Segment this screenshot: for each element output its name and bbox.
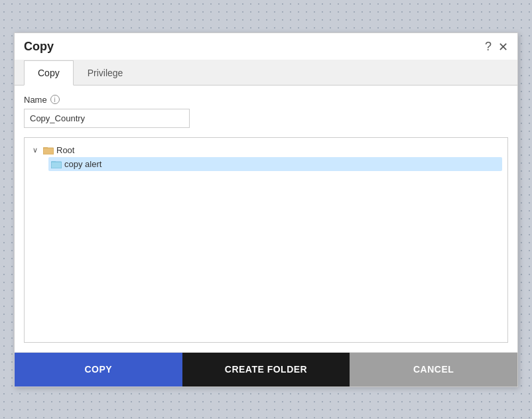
tab-privilege[interactable]: Privilege — [74, 60, 137, 86]
tree-container[interactable]: ∨ Root — [24, 137, 508, 343]
folder-icon — [43, 146, 54, 154]
title-bar-controls: ? ✕ — [485, 40, 508, 54]
help-icon[interactable]: ? — [485, 40, 492, 54]
cancel-button[interactable]: CANCEL — [350, 353, 517, 387]
tree-item-copy-alert[interactable]: copy alert — [48, 157, 502, 171]
svg-rect-0 — [43, 148, 54, 154]
tree-children: copy alert — [48, 157, 502, 171]
close-icon[interactable]: ✕ — [498, 40, 508, 54]
copy-dialog: Copy ? ✕ Copy Privilege Name i ∨ — [14, 32, 518, 387]
tabs-container: Copy Privilege — [15, 60, 517, 86]
chevron-down-icon: ∨ — [33, 146, 40, 154]
copy-button[interactable]: COPY — [15, 353, 182, 387]
name-info-icon[interactable]: i — [50, 95, 60, 104]
tree-root-label: Root — [56, 145, 74, 155]
dialog-body: Copy Privilege Name i ∨ — [15, 60, 517, 352]
dialog-title: Copy — [24, 40, 54, 54]
create-folder-button[interactable]: CREATE FOLDER — [182, 353, 350, 387]
tree-root-item[interactable]: ∨ Root — [30, 143, 502, 157]
name-input[interactable] — [24, 109, 190, 128]
tab-copy[interactable]: Copy — [24, 60, 74, 86]
title-bar: Copy ? ✕ — [15, 33, 517, 60]
tree-item-label: copy alert — [64, 159, 101, 169]
name-field-label: Name i — [24, 95, 508, 105]
svg-rect-2 — [51, 162, 62, 168]
dialog-footer: COPY CREATE FOLDER CANCEL — [15, 352, 517, 387]
folder-icon-child — [51, 160, 62, 168]
